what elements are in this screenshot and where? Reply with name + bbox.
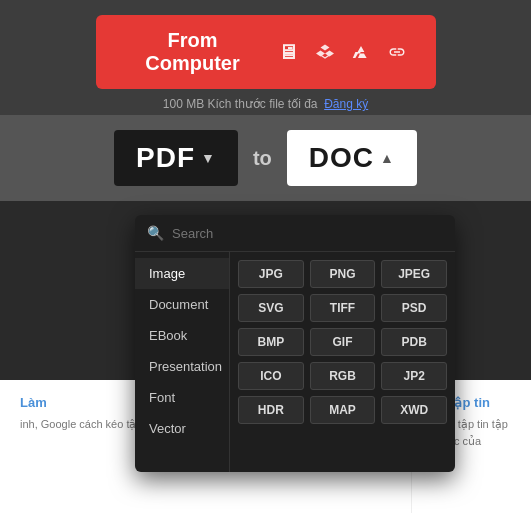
link-icon — [388, 43, 406, 61]
format-pdb[interactable]: PDB — [381, 328, 447, 356]
category-vector[interactable]: Vector — [135, 413, 229, 444]
monitor-icon: 🖥 — [278, 41, 298, 64]
format-grid: JPG PNG JPEG SVG TIFF PSD BMP GIF PDB IC… — [230, 252, 455, 472]
search-input[interactable] — [172, 226, 443, 241]
format-xwd[interactable]: XWD — [381, 396, 447, 424]
format-png[interactable]: PNG — [310, 260, 376, 288]
category-ebook[interactable]: EBook — [135, 320, 229, 351]
to-format-label: DOC — [309, 142, 374, 174]
to-format-arrow: ▲ — [380, 150, 395, 166]
format-jp2[interactable]: JP2 — [381, 362, 447, 390]
format-map[interactable]: MAP — [310, 396, 376, 424]
format-psd[interactable]: PSD — [381, 294, 447, 322]
category-document[interactable]: Document — [135, 289, 229, 320]
format-svg[interactable]: SVG — [238, 294, 304, 322]
from-format-label: PDF — [136, 142, 195, 174]
to-format-button[interactable]: DOC ▲ — [287, 130, 417, 186]
format-rgb[interactable]: RGB — [310, 362, 376, 390]
category-image[interactable]: Image — [135, 258, 229, 289]
search-icon: 🔍 — [147, 225, 164, 241]
format-tiff[interactable]: TIFF — [310, 294, 376, 322]
gdrive-icon — [352, 43, 370, 61]
from-computer-label: From Computer — [126, 29, 260, 75]
file-size-note: 100 MB Kích thước file tối đa Đăng ký — [163, 97, 368, 111]
top-area: From Computer 🖥 100 MB Kích thước file t… — [0, 0, 531, 121]
format-dropdown: 🔍 Image Document EBook Presentation Font… — [135, 215, 455, 472]
format-ico[interactable]: ICO — [238, 362, 304, 390]
format-hdr[interactable]: HDR — [238, 396, 304, 424]
dropbox-icon — [316, 43, 334, 61]
format-jpeg[interactable]: JPEG — [381, 260, 447, 288]
category-list: Image Document EBook Presentation Font V… — [135, 252, 230, 472]
register-link[interactable]: Đăng ký — [324, 97, 368, 111]
format-jpg[interactable]: JPG — [238, 260, 304, 288]
dropdown-body: Image Document EBook Presentation Font V… — [135, 252, 455, 472]
from-format-button[interactable]: PDF ▼ — [114, 130, 238, 186]
from-computer-button[interactable]: From Computer 🖥 — [96, 15, 436, 89]
format-gif[interactable]: GIF — [310, 328, 376, 356]
conversion-row: PDF ▼ to DOC ▲ — [0, 115, 531, 201]
search-area: 🔍 — [135, 215, 455, 252]
from-format-arrow: ▼ — [201, 150, 216, 166]
category-presentation[interactable]: Presentation — [135, 351, 229, 382]
to-separator: to — [248, 147, 277, 170]
format-bmp[interactable]: BMP — [238, 328, 304, 356]
category-font[interactable]: Font — [135, 382, 229, 413]
